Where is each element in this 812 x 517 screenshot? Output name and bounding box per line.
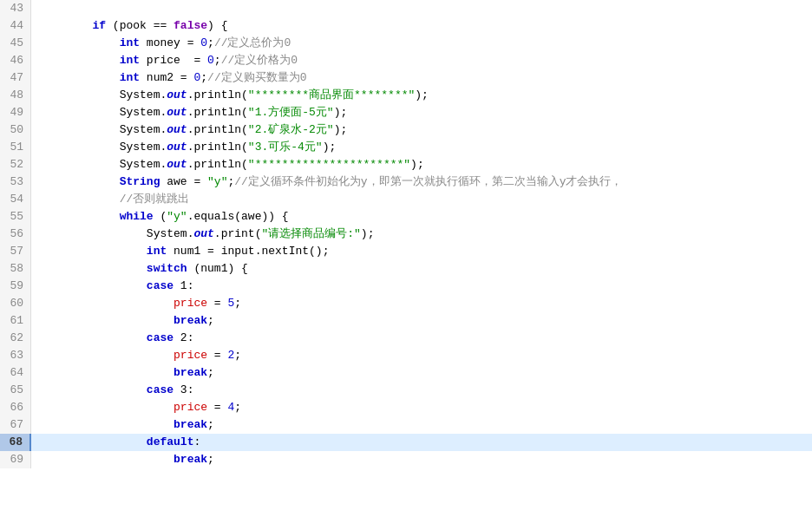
line-content: System.out.println("2.矿泉水-2元");	[31, 121, 347, 139]
table-row: 52 System.out.println("*****************…	[0, 156, 812, 173]
line-content: case 1:	[31, 278, 193, 295]
line-number: 48	[0, 87, 31, 104]
line-content: case 3:	[31, 382, 193, 399]
table-row: 50 System.out.println("2.矿泉水-2元");	[0, 121, 812, 139]
line-number: 47	[0, 69, 31, 87]
line-number: 68	[0, 434, 31, 451]
line-number: 58	[0, 260, 31, 278]
line-content: System.out.println("3.可乐-4元");	[31, 139, 336, 156]
line-number: 67	[0, 416, 31, 434]
line-content: break;	[31, 312, 214, 330]
line-number: 59	[0, 278, 31, 295]
line-number: 49	[0, 104, 31, 121]
table-row: 69 break;	[0, 451, 812, 468]
line-content: System.out.println("********************…	[31, 156, 424, 173]
table-row: 47 int num2 = 0;//定义购买数量为0	[0, 69, 812, 87]
line-number: 69	[0, 451, 31, 468]
line-number: 53	[0, 173, 31, 191]
line-number: 43	[0, 0, 31, 17]
line-content: String awe = "y";//定义循环条件初始化为y，即第一次就执行循环…	[31, 173, 622, 191]
table-row: 65 case 3:	[0, 382, 812, 399]
line-content: price = 5;	[31, 295, 241, 312]
table-row: 56 System.out.print("请选择商品编号:");	[0, 226, 812, 243]
line-content: switch (num1) {	[31, 260, 248, 278]
line-content: int num2 = 0;//定义购买数量为0	[31, 69, 306, 87]
table-row: 44 if (pook == false) {	[0, 17, 812, 35]
line-number: 57	[0, 243, 31, 260]
line-number: 64	[0, 364, 31, 382]
line-number: 56	[0, 226, 31, 243]
table-row: 62 case 2:	[0, 330, 812, 347]
line-content: System.out.println("********商品界面********…	[31, 87, 429, 104]
line-number: 65	[0, 382, 31, 399]
line-content: break;	[31, 451, 214, 468]
line-number: 51	[0, 139, 31, 156]
line-number: 50	[0, 121, 31, 139]
line-content: default:	[31, 434, 200, 451]
table-row: 48 System.out.println("********商品界面*****…	[0, 87, 812, 104]
line-number: 45	[0, 35, 31, 52]
line-number: 55	[0, 208, 31, 226]
table-row: 68 default:	[0, 434, 812, 451]
line-number: 62	[0, 330, 31, 347]
line-content: System.out.println("1.方便面-5元");	[31, 104, 347, 121]
line-content: int price = 0;//定义价格为0	[31, 52, 298, 69]
line-content: price = 2;	[31, 347, 241, 364]
line-content: if (pook == false) {	[31, 17, 227, 35]
line-content: System.out.print("请选择商品编号:");	[31, 226, 374, 243]
table-row: 58 switch (num1) {	[0, 260, 812, 278]
line-content: break;	[31, 416, 214, 434]
table-row: 59 case 1:	[0, 278, 812, 295]
table-row: 43	[0, 0, 812, 17]
table-row: 60 price = 5;	[0, 295, 812, 312]
line-number: 66	[0, 399, 31, 416]
line-number: 54	[0, 191, 31, 208]
line-number: 61	[0, 312, 31, 330]
line-number: 60	[0, 295, 31, 312]
table-row: 45 int money = 0;//定义总价为0	[0, 35, 812, 52]
line-content: int money = 0;//定义总价为0	[31, 35, 291, 52]
table-row: 49 System.out.println("1.方便面-5元");	[0, 104, 812, 121]
line-content: //否则就跳出	[31, 191, 189, 208]
line-content: int num1 = input.nextInt();	[31, 243, 329, 260]
code-editor: 4344 if (pook == false) {45 int money = …	[0, 0, 812, 517]
table-row: 53 String awe = "y";//定义循环条件初始化为y，即第一次就执…	[0, 173, 812, 191]
table-row: 54 //否则就跳出	[0, 191, 812, 208]
table-row: 57 int num1 = input.nextInt();	[0, 243, 812, 260]
line-content: while ("y".equals(awe)) {	[31, 208, 289, 226]
table-row: 46 int price = 0;//定义价格为0	[0, 52, 812, 69]
table-row: 55 while ("y".equals(awe)) {	[0, 208, 812, 226]
line-number: 44	[0, 17, 31, 35]
line-content: break;	[31, 364, 214, 382]
table-row: 51 System.out.println("3.可乐-4元");	[0, 139, 812, 156]
line-number: 63	[0, 347, 31, 364]
line-content: case 2:	[31, 330, 193, 347]
table-row: 66 price = 4;	[0, 399, 812, 416]
table-row: 61 break;	[0, 312, 812, 330]
table-row: 63 price = 2;	[0, 347, 812, 364]
line-content: price = 4;	[31, 399, 241, 416]
line-number: 52	[0, 156, 31, 173]
table-row: 67 break;	[0, 416, 812, 434]
line-number: 46	[0, 52, 31, 69]
table-row: 64 break;	[0, 364, 812, 382]
